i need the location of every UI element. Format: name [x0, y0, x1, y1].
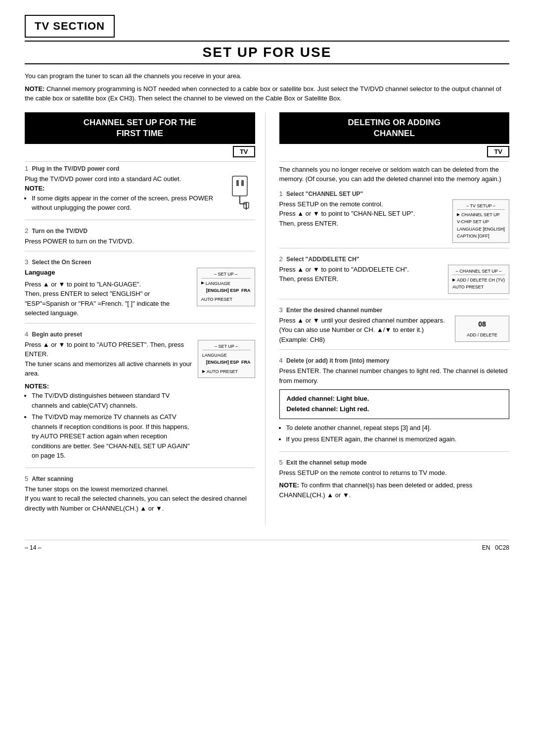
footer-page-num: – 14 – [25, 544, 41, 551]
left-column: CHANNEL SET UP FOR THE FIRST TIME TV 1 P… [25, 112, 266, 525]
channel-info-box: Added channel: Light blue. Deleted chann… [279, 389, 510, 419]
right-step-3-text: Press ▲ or ▼ until your desired channel … [279, 316, 450, 345]
footer-code: 0C28 [495, 544, 509, 551]
intro-note: NOTE: Channel memory programming is NOT … [25, 84, 509, 103]
footer-lang: EN [482, 544, 490, 551]
left-tv-badge-row: TV [25, 144, 255, 162]
right-step-4: 4 Delete (or add) it from (into) memory … [279, 357, 510, 452]
step-3-text: Language Press ▲ or ▼ to point to "LAN-G… [25, 268, 192, 318]
svg-rect-1 [236, 180, 239, 186]
intro-note-text: Channel memory programming is NOT needed… [25, 85, 501, 102]
step-2-title: 2 Turn on the TV/DVD [25, 227, 255, 235]
step-3-title: 3 Select the On Screen [25, 258, 255, 266]
left-step-5: 5 After scanning The tuner stops on the … [25, 475, 255, 519]
right-step-2-text: Press ▲ or ▼ to point to "ADD/DELETE CH"… [279, 265, 443, 284]
right-step-3: 3 Enter the desired channel number Press… [279, 306, 510, 350]
right-step-3-screen: 08 ADD / DELETE [455, 316, 509, 342]
step-4-text: Press ▲ or ▼ to point to "AUTO PRESET". … [25, 340, 193, 463]
right-step-5-title: 5 Exit the channel setup mode [279, 459, 510, 466]
right-step-1: 1 Select "CHANNEL SET UP" Press SETUP on… [279, 190, 510, 248]
right-step-1-title: 1 Select "CHANNEL SET UP" [279, 190, 510, 197]
footer-right: EN 0C28 [482, 544, 509, 551]
right-step-4-title: 4 Delete (or add) it from (into) memory [279, 357, 510, 364]
right-column: DELETING OR ADDING CHANNEL TV The channe… [277, 112, 510, 512]
svg-rect-0 [232, 176, 247, 196]
page-footer: – 14 – EN 0C28 [25, 540, 509, 551]
right-step-5-body2: NOTE: To confirm that channel(s) has bee… [279, 480, 510, 500]
power-cord-svg [226, 175, 254, 212]
tv-section-header: TV SECTION [25, 15, 509, 41]
step-4-title: 4 Begin auto preset [25, 331, 255, 338]
right-step-4-body: Press ENTER. The channel number changes … [279, 366, 510, 385]
step-5-title: 5 After scanning [25, 475, 255, 482]
left-step-4: 4 Begin auto preset Press ▲ or ▼ to poin… [25, 331, 255, 468]
left-step-3: 3 Select the On Screen Language Press ▲ … [25, 258, 255, 324]
svg-rect-2 [241, 180, 244, 186]
right-step-2-title: 2 Select "ADD/DELETE CH" [279, 255, 510, 263]
main-title: SET UP FOR USE [25, 41, 509, 64]
tv-section-label: TV SECTION [25, 15, 115, 38]
step-1-notes: If some digits appear in the corner of t… [32, 193, 221, 213]
step-4-screen: – SET UP – LANGUAGE [ENGLISH] ESP FRA ▶A… [198, 340, 255, 378]
right-step-1-text: Press SETUP on the remote control. Press… [279, 199, 447, 229]
intro-text: You can program the tuner to scan all th… [25, 71, 509, 81]
right-step-4-notes: To delete another channel, repeat steps … [286, 423, 510, 444]
two-column-layout: CHANNEL SET UP FOR THE FIRST TIME TV 1 P… [25, 112, 509, 525]
right-section-header: DELETING OR ADDING CHANNEL [279, 112, 510, 144]
right-tv-badge-row: TV [279, 144, 510, 162]
step-1-title: 1 Plug in the TV/DVD power cord [25, 165, 255, 172]
right-intro: The channels you no longer receive or se… [279, 165, 510, 184]
left-section-header: CHANNEL SET UP FOR THE FIRST TIME [25, 112, 255, 144]
note-bold: NOTE: [25, 85, 44, 93]
right-step-1-screen: – TV SETUP – ▶CHANNEL SET UP V-CHIP SET … [452, 199, 509, 243]
step-2-body: Press POWER to turn on the TV/DVD. [25, 236, 255, 246]
right-step-5: 5 Exit the channel setup mode Press SETU… [279, 459, 510, 505]
right-tv-badge: TV [487, 146, 509, 157]
step-5-body1: The tuner stops on the lowest memorized … [25, 484, 255, 494]
step-4-notes: The TV/DVD distinguishes between standar… [32, 391, 193, 461]
power-cord-image [225, 174, 255, 214]
left-step-2: 2 Turn on the TV/DVD Press POWER to turn… [25, 227, 255, 252]
right-step-3-title: 3 Enter the desired channel number [279, 306, 510, 314]
step-3-screen: – SET UP – ▶LANGUAGE [ENGLISH] ESP FRA A… [197, 268, 255, 306]
right-step-2-screen: – CHANNEL SET UP – ▶ADD / DELETE CH (TV)… [448, 265, 509, 294]
step-1-text: Plug the TV/DVD power cord into a standa… [25, 174, 221, 215]
right-step-5-body1: Press SETUP on the remote control to ret… [279, 468, 510, 478]
step-5-body2: If you want to recall the selected chann… [25, 494, 255, 513]
left-tv-badge: TV [233, 146, 255, 157]
left-step-1: 1 Plug in the TV/DVD power cord Plug the… [25, 165, 255, 220]
right-step-2: 2 Select "ADD/DELETE CH" Press ▲ or ▼ to… [279, 255, 510, 299]
